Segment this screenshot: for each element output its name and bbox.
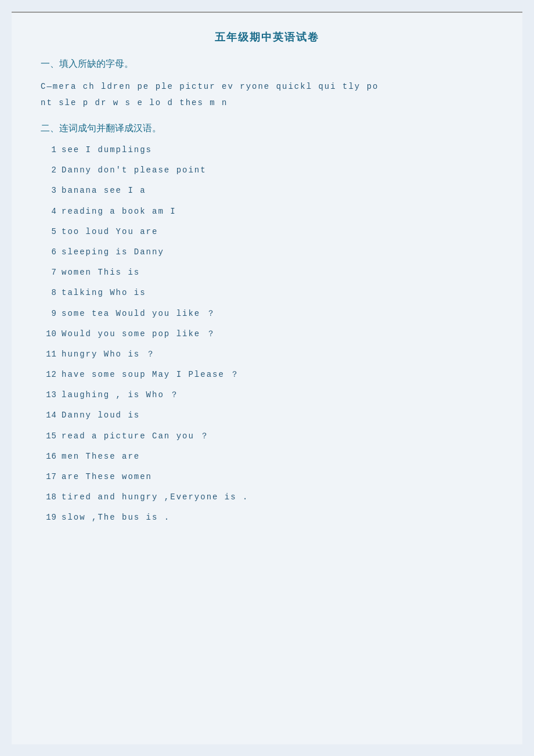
sentence-list: 1see I dumplings2Danny don't please poin… xyxy=(41,143,499,525)
sentence-item: 4reading a book am I xyxy=(41,204,499,219)
sentence-num: 15 xyxy=(41,429,57,444)
section1-title: 一、填入所缺的字母。 xyxy=(41,58,499,70)
sentence-words: men These are xyxy=(62,449,499,464)
sentence-num: 2 xyxy=(41,163,57,178)
sentence-item: 16men These are xyxy=(41,449,499,464)
sentence-words: tired and hungry ,Everyone is . xyxy=(62,490,499,505)
sentence-num: 16 xyxy=(41,449,57,464)
sentence-num: 19 xyxy=(41,510,57,525)
sentence-words: Danny don't please point xyxy=(62,163,499,178)
sentence-num: 11 xyxy=(41,347,57,362)
sentence-words: see I dumplings xyxy=(62,143,499,157)
sentence-item: 5too loud You are xyxy=(41,225,499,239)
sentence-words: sleeping is Danny xyxy=(62,245,499,260)
sentence-words: slow ,The bus is . xyxy=(62,510,499,525)
sentence-item: 17are These women xyxy=(41,470,499,484)
sentence-num: 13 xyxy=(41,388,57,402)
sentence-words: are These women xyxy=(62,470,499,484)
sentence-words: reading a book am I xyxy=(62,204,499,219)
sentence-num: 7 xyxy=(41,265,57,280)
sentence-item: 10Would you some pop like ？ xyxy=(41,327,499,341)
sentence-num: 8 xyxy=(41,286,57,300)
sentence-item: 6sleeping is Danny xyxy=(41,245,499,260)
section2-title: 二、连词成句并翻译成汉语。 xyxy=(41,123,499,135)
sentence-item: 9some tea Would you like ？ xyxy=(41,307,499,321)
sentence-words: read a picture Can you ？ xyxy=(62,429,499,444)
sentence-words: talking Who is xyxy=(62,286,499,300)
sentence-num: 1 xyxy=(41,143,57,157)
fill-words-content: C—mera ch ldren pe ple pictur ev ryone q… xyxy=(41,78,499,111)
sentence-num: 12 xyxy=(41,368,57,382)
sentence-item: 12have some soup May I Please ？ xyxy=(41,368,499,382)
fill-line1: C—mera ch ldren pe ple pictur ev ryone q… xyxy=(41,78,499,95)
sentence-item: 7women This is xyxy=(41,265,499,280)
sentence-item: 14Danny loud is xyxy=(41,408,499,423)
sentence-words: some tea Would you like ？ xyxy=(62,307,499,321)
sentence-num: 14 xyxy=(41,408,57,423)
sentence-words: women This is xyxy=(62,265,499,280)
sentence-num: 5 xyxy=(41,225,57,239)
sentence-num: 4 xyxy=(41,204,57,219)
sentence-num: 6 xyxy=(41,245,57,260)
fill-line2: nt sle p dr w s e lo d thes m n xyxy=(41,95,499,111)
sentence-words: too loud You are xyxy=(62,225,499,239)
sentence-num: 10 xyxy=(41,327,57,341)
sentence-item: 19slow ,The bus is . xyxy=(41,510,499,525)
sentence-words: banana see I a xyxy=(62,183,499,198)
sentence-words: laughing , is Who ？ xyxy=(62,388,499,402)
sentence-item: 3banana see I a xyxy=(41,183,499,198)
sentence-num: 9 xyxy=(41,307,57,321)
sentence-item: 13laughing , is Who ？ xyxy=(41,388,499,402)
sentence-item: 18tired and hungry ,Everyone is . xyxy=(41,490,499,505)
sentence-words: Danny loud is xyxy=(62,408,499,423)
sentence-num: 3 xyxy=(41,183,57,198)
sentence-item: 8talking Who is xyxy=(41,286,499,300)
page-title: 五年级期中英语试卷 xyxy=(35,30,499,44)
sentence-item: 11hungry Who is ？ xyxy=(41,347,499,362)
page-container: 五年级期中英语试卷 一、填入所缺的字母。 C—mera ch ldren pe … xyxy=(12,12,522,744)
sentence-num: 18 xyxy=(41,490,57,505)
sentence-item: 1see I dumplings xyxy=(41,143,499,157)
sentence-item: 2Danny don't please point xyxy=(41,163,499,178)
sentence-words: Would you some pop like ？ xyxy=(62,327,499,341)
sentence-num: 17 xyxy=(41,470,57,484)
sentence-item: 15read a picture Can you ？ xyxy=(41,429,499,444)
sentence-words: have some soup May I Please ？ xyxy=(62,368,499,382)
sentence-words: hungry Who is ？ xyxy=(62,347,499,362)
